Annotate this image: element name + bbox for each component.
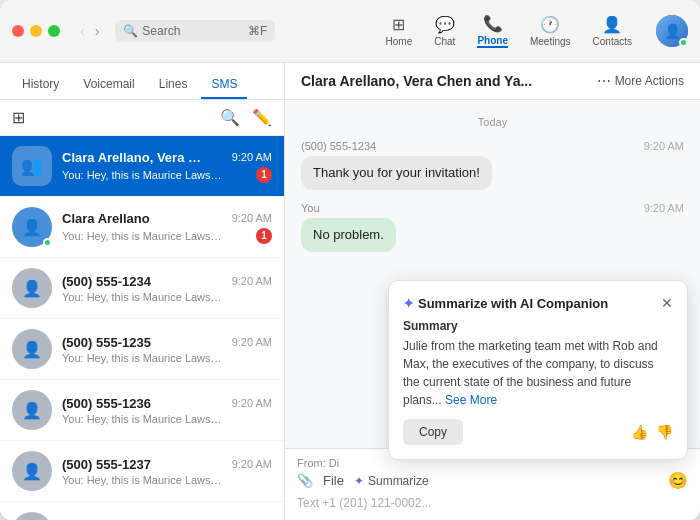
contact-avatar: 👤: [12, 512, 52, 520]
message-time: 9:20 AM: [644, 140, 684, 152]
ai-title: ✦ Summarize with AI Companion: [403, 296, 608, 311]
more-actions-button[interactable]: ⋯ More Actions: [597, 73, 684, 89]
compose-icon[interactable]: ✏️: [252, 108, 272, 127]
conversation-list: 👥 Clara Arellano, Vera Chen and... 9:20 …: [0, 136, 284, 520]
forward-button[interactable]: ›: [91, 21, 104, 41]
chat-label: Chat: [434, 36, 455, 47]
conv-info: (500) 555-1237 9:20 AM You: Hey, this is…: [62, 457, 272, 486]
chat-title: Clara Arellano, Vera Chen and Ya...: [301, 73, 597, 89]
back-button[interactable]: ‹: [76, 21, 89, 41]
list-item[interactable]: 👤 (500) 555-1237 9:20 AM You: Hey, this …: [0, 441, 284, 502]
right-panel: Clara Arellano, Vera Chen and Ya... ⋯ Mo…: [285, 63, 700, 520]
more-icon: ⋯: [597, 73, 611, 89]
maximize-button[interactable]: [48, 25, 60, 37]
conv-preview: You: Hey, this is Maurice Lawson...: [62, 230, 222, 242]
ai-popup-header: ✦ Summarize with AI Companion ✕: [403, 295, 673, 311]
ai-actions: Copy 👍 👎: [403, 419, 673, 445]
contact-avatar: 👤: [12, 268, 52, 308]
nav-home[interactable]: ⊞ Home: [376, 11, 423, 51]
conv-info: (500) 555-1236 9:20 AM You: Hey, this is…: [62, 396, 272, 425]
app-window: ‹ › 🔍 Search ⌘F ⊞ Home 💬 Chat 📞 Phone 🕐: [0, 0, 700, 520]
ai-summary-label: Summary: [403, 319, 673, 333]
ai-sparkle-icon: ✦: [403, 296, 414, 311]
message-row: (500) 555-1234 9:20 AM Thank you for you…: [301, 140, 684, 190]
conv-info: (500) 555-1234 9:20 AM You: Hey, this is…: [62, 274, 272, 303]
message-sender: (500) 555-1234: [301, 140, 376, 152]
list-item[interactable]: 👤 (500) 555-1234 9:20 AM You: Hey, this …: [0, 258, 284, 319]
conv-preview: You: Hey, this is Maurice Lawson...: [62, 352, 222, 364]
conv-time: 9:20 AM: [232, 151, 272, 163]
conv-info: Clara Arellano, Vera Chen and... 9:20 AM…: [62, 150, 272, 183]
phone-icon: 📞: [483, 14, 503, 33]
online-status-dot: [679, 38, 688, 47]
list-item[interactable]: 👤 Clara Arellano 9:20 AM You: Hey, this …: [0, 197, 284, 258]
list-item[interactable]: 👤 (500) 555-1236 9:20 AM You: Hey, this …: [0, 380, 284, 441]
online-dot: [43, 238, 52, 247]
search-label: Search: [142, 24, 180, 38]
grid-icon[interactable]: ⊞: [12, 108, 25, 127]
message-bubble: Thank you for your invitation!: [301, 156, 492, 190]
minimize-button[interactable]: [30, 25, 42, 37]
file-icon[interactable]: 📎: [297, 473, 313, 488]
see-more-link[interactable]: See More: [445, 393, 497, 407]
conv-time: 9:20 AM: [232, 458, 272, 470]
contact-avatar: 👤: [12, 390, 52, 430]
conv-name: Clara Arellano, Vera Chen and...: [62, 150, 202, 165]
tab-history[interactable]: History: [12, 71, 69, 99]
unread-badge: 1: [256, 167, 272, 183]
search-bar[interactable]: 🔍 Search ⌘F: [115, 20, 275, 42]
conv-name: (500) 555-1234: [62, 274, 151, 289]
phone-label: Phone: [477, 35, 508, 48]
contacts-label: Contacts: [593, 36, 632, 47]
conv-name: (500) 555-1237: [62, 457, 151, 472]
nav-phone[interactable]: 📞 Phone: [467, 10, 518, 52]
meetings-label: Meetings: [530, 36, 571, 47]
date-divider: Today: [301, 116, 684, 128]
conv-time: 9:20 AM: [232, 212, 272, 224]
conv-preview: You: Hey, this is Maurice Lawson...: [62, 474, 222, 486]
tabs-row: History Voicemail Lines SMS: [0, 63, 284, 100]
conv-name: (500) 555-1236: [62, 396, 151, 411]
contacts-icon: 👤: [602, 15, 622, 34]
ai-companion-popup: ✦ Summarize with AI Companion ✕ Summary …: [388, 280, 688, 460]
close-button[interactable]: [12, 25, 24, 37]
user-avatar[interactable]: 👤: [656, 15, 688, 47]
list-item[interactable]: 👥 Clara Arellano, Vera Chen and... 9:20 …: [0, 136, 284, 197]
nav-chat[interactable]: 💬 Chat: [424, 11, 465, 51]
conv-time: 9:20 AM: [232, 336, 272, 348]
message-time: 9:20 AM: [644, 202, 684, 214]
traffic-lights: [12, 25, 60, 37]
nav-meetings[interactable]: 🕐 Meetings: [520, 11, 581, 51]
copy-button[interactable]: Copy: [403, 419, 463, 445]
ai-close-button[interactable]: ✕: [661, 295, 673, 311]
nav-contacts[interactable]: 👤 Contacts: [583, 11, 642, 51]
summarize-icon: ✦: [354, 474, 364, 488]
file-label[interactable]: File: [323, 473, 344, 488]
emoji-icon[interactable]: 😊: [668, 471, 688, 490]
thumbs-down-icon[interactable]: 👎: [656, 424, 673, 440]
thumbs-up-icon[interactable]: 👍: [631, 424, 648, 440]
list-item[interactable]: 👤 (500) 555-1238 9:20 AM You: Hey, this …: [0, 502, 284, 520]
left-panel: History Voicemail Lines SMS ⊞ 🔍 ✏️ 👥: [0, 63, 285, 520]
conv-time: 9:20 AM: [232, 275, 272, 287]
search-list-icon[interactable]: 🔍: [220, 108, 240, 127]
chat-header: Clara Arellano, Vera Chen and Ya... ⋯ Mo…: [285, 63, 700, 100]
list-item[interactable]: 👤 (500) 555-1235 9:20 AM You: Hey, this …: [0, 319, 284, 380]
chat-icon: 💬: [435, 15, 455, 34]
contact-avatar: 👤: [12, 329, 52, 369]
search-icon: 🔍: [123, 24, 138, 38]
summarize-button[interactable]: ✦ Summarize: [354, 474, 429, 488]
tab-sms[interactable]: SMS: [201, 71, 247, 99]
message-input[interactable]: Text +1 (201) 121-0002...: [297, 494, 688, 512]
home-label: Home: [386, 36, 413, 47]
meetings-icon: 🕐: [540, 15, 560, 34]
message-row: You 9:20 AM No problem.: [301, 202, 684, 252]
tab-voicemail[interactable]: Voicemail: [73, 71, 144, 99]
home-icon: ⊞: [392, 15, 405, 34]
conv-preview: You: Hey, this is Maurice Lawson...: [62, 413, 222, 425]
nav-buttons: ‹ ›: [76, 21, 103, 41]
top-nav: ⊞ Home 💬 Chat 📞 Phone 🕐 Meetings 👤 Conta…: [376, 10, 642, 52]
conv-info: (500) 555-1235 9:20 AM You: Hey, this is…: [62, 335, 272, 364]
contact-avatar: 👤: [12, 451, 52, 491]
tab-lines[interactable]: Lines: [149, 71, 198, 99]
